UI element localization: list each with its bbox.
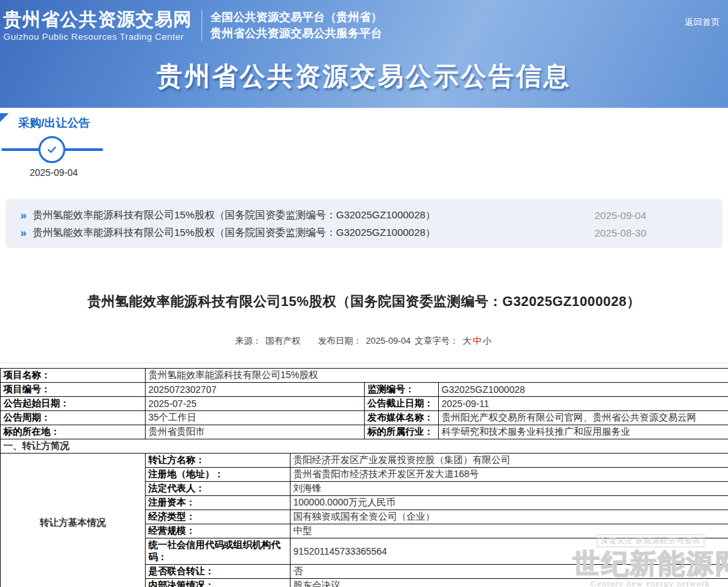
site-logo: 贵州省公共资源交易网 Guizhou Public Resources Trad… [3, 9, 192, 42]
publish-date-value: 2025-09-04 [366, 336, 411, 346]
back-home-link[interactable]: 返回首页 [685, 16, 720, 28]
registered-address-label: 注册地（地址）： [146, 468, 291, 482]
period-value: 35个工作日 [146, 411, 365, 425]
fontsize-large-button[interactable]: 大 [462, 336, 471, 346]
monitor-no-value: G32025GZ1000028 [439, 383, 728, 397]
registered-capital-label: 注册资本： [146, 496, 291, 510]
list-item-title: 贵州氢能效率能源科技有限公司15%股权（国务院国资委监测编号：G32025GZ1… [32, 226, 595, 239]
media-label: 发布媒体名称： [365, 411, 439, 425]
transferor-group-label: 转让方基本情况 [1, 454, 146, 587]
end-date-label: 公告截止日期： [365, 397, 439, 411]
list-item[interactable]: » 贵州氢能效率能源科技有限公司15%股权（国务院国资委监测编号：G32025G… [5, 206, 723, 224]
registered-capital-value: 100000.0000万元人民币 [291, 496, 728, 510]
project-name-label: 项目名称： [1, 369, 146, 383]
page-header: 贵州省公共资源交易网 Guizhou Public Resources Trad… [0, 0, 728, 108]
list-item-title: 贵州氢能效率能源科技有限公司15%股权（国务院国资委监测编号：G32025GZ1… [32, 209, 595, 222]
corner-triangle-icon [0, 113, 9, 122]
transferor-name-value: 贵阳经济开发区产业发展投资控股（集团）有限公司 [291, 454, 728, 468]
business-scale-label: 经营规模： [146, 524, 291, 538]
internal-decision-label: 内部决策情况： [146, 579, 291, 587]
location-value: 贵州省贵阳市 [146, 425, 365, 439]
publish-date-label: 发布日期： [318, 336, 362, 346]
section-transferor-title: 一、转让方简况 [1, 439, 728, 454]
article-meta: 来源：国有产权发布日期：2025-09-04文章字号：大中小 [0, 335, 728, 347]
platform-name-national: 全国公共资源交易平台（贵州省） [210, 9, 382, 26]
project-no-value: 2025072302707 [146, 383, 365, 397]
table-section-row: 一、转让方简况 [1, 439, 728, 454]
media-value: 贵州阳光产权交易所有限公司官网、贵州省公共资源交易云网 [439, 411, 728, 425]
source-label: 来源： [235, 336, 262, 346]
table-row: 标的所在地： 贵州省贵阳市 标的所属行业： 科学研究和技术服务业科技推广和应用服… [1, 425, 728, 439]
project-info-table: 项目名称： 贵州氢能效率能源科技有限公司15%股权 项目编号： 20250723… [0, 368, 728, 587]
fontsize-small-button[interactable]: 小 [483, 336, 491, 346]
internal-decision-value: 股东会决议 [291, 579, 728, 587]
section-divider [0, 363, 728, 363]
announcement-timeline: 采购/出让公告 2025-09-04 [0, 108, 728, 192]
brand-row: 贵州省公共资源交易网 Guizhou Public Resources Trad… [0, 0, 728, 51]
table-row: 公告起始日期： 2025-07-25 公告截止日期： 2025-09-11 [1, 397, 728, 411]
industry-label: 标的所属行业： [365, 425, 439, 439]
start-date-label: 公告起始日期： [1, 397, 146, 411]
end-date-value: 2025-09-11 [439, 397, 728, 411]
legal-rep-value: 刘海锋 [291, 482, 728, 496]
site-title-en: Guizhou Public Resources Trading Center [3, 32, 192, 42]
legal-rep-label: 法定代表人： [146, 482, 291, 496]
project-no-label: 项目编号： [1, 383, 146, 397]
header-divider [202, 10, 202, 41]
credit-code-label: 统一社会信用代码或组织机构代码： [146, 538, 291, 565]
table-row: 项目编号： 2025072302707 监测编号： G32025GZ100002… [1, 383, 728, 397]
period-label: 公告周期： [1, 411, 146, 425]
table-row: 公告周期： 35个工作日 发布媒体名称： 贵州阳光产权交易所有限公司官网、贵州省… [1, 411, 728, 425]
joint-transfer-value: 否 [291, 565, 728, 579]
list-item[interactable]: » 贵州氢能效率能源科技有限公司15%股权（国务院国资委监测编号：G32025G… [5, 224, 723, 241]
banner-title: 贵州省公共资源交易公示公告信息 [0, 59, 728, 94]
double-chevron-icon: » [20, 210, 26, 221]
business-scale-value: 中型 [291, 524, 728, 538]
article-title: 贵州氢能效率能源科技有限公司15%股权（国务院国资委监测编号：G32025GZ1… [0, 292, 728, 311]
list-item-date: 2025-09-04 [595, 210, 655, 221]
table-row: 转让方基本情况 转让方名称： 贵阳经济开发区产业发展投资控股（集团）有限公司 [1, 454, 728, 468]
project-name-value: 贵州氢能效率能源科技有限公司15%股权 [146, 369, 728, 383]
list-item-date: 2025-08-30 [595, 227, 655, 239]
platform-name-provincial: 贵州省公共资源交易公共服务平台 [210, 26, 382, 42]
check-circle-icon [38, 136, 65, 163]
economic-type-label: 经济类型： [146, 510, 291, 524]
industry-value: 科学研究和技术服务业科技推广和应用服务业 [439, 425, 728, 439]
announcement-list: » 贵州氢能效率能源科技有限公司15%股权（国务院国资委监测编号：G32025G… [5, 199, 723, 248]
monitor-no-label: 监测编号： [365, 383, 439, 397]
timeline-date: 2025-09-04 [30, 167, 78, 178]
economic-type-value: 国有独资或国有全资公司（企业） [291, 510, 728, 524]
double-chevron-icon: » [20, 227, 26, 239]
platform-names: 全国公共资源交易平台（贵州省） 贵州省公共资源交易公共服务平台 [210, 9, 382, 42]
site-title-cn: 贵州省公共资源交易网 [3, 9, 192, 30]
location-label: 标的所在地： [1, 425, 146, 439]
joint-transfer-label: 是否联合转让： [146, 565, 291, 579]
table-row: 项目名称： 贵州氢能效率能源科技有限公司15%股权 [1, 369, 728, 383]
registered-address-value: 贵州省贵阳市经济技术开发区开发大道168号 [291, 468, 728, 482]
transferor-name-label: 转让方名称： [146, 454, 291, 468]
tab-procurement-transfer-notice[interactable]: 采购/出让公告 [18, 115, 90, 131]
source-value: 国有产权 [266, 336, 301, 346]
fontsize-label: 文章字号： [415, 336, 458, 346]
fontsize-medium-button[interactable]: 中 [473, 336, 481, 346]
credit-code-value: 915201145733365564 [291, 538, 728, 565]
start-date-value: 2025-07-25 [146, 397, 365, 411]
